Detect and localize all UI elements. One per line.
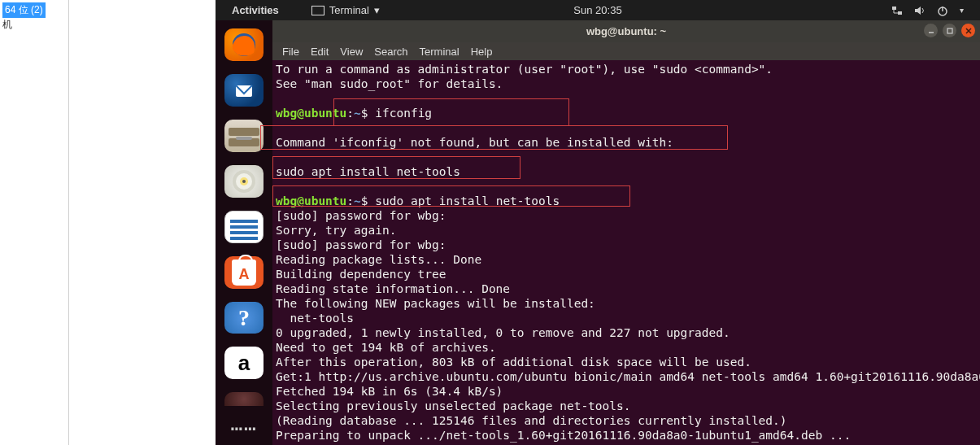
terminal-line: Reading package lists... Done — [276, 253, 481, 266]
terminal-line: [sudo] password for wbg: — [276, 209, 453, 222]
activities-button[interactable]: Activities — [232, 4, 279, 16]
dock-rhythmbox[interactable] — [224, 165, 264, 198]
left-panel-item-selected[interactable]: 64 位 (2) — [2, 2, 46, 18]
terminal-line: sudo apt install net-tools — [276, 165, 460, 178]
prompt-path: ~ — [354, 107, 361, 120]
menu-help[interactable]: Help — [471, 46, 493, 58]
sound-icon[interactable] — [914, 5, 926, 16]
network-icon[interactable] — [891, 5, 903, 16]
dock-help[interactable]: ? — [224, 302, 264, 334]
terminal-line: Get:1 http://us.archive.ubuntu.com/ubunt… — [276, 370, 980, 383]
dock-libreoffice-writer[interactable] — [224, 211, 264, 243]
prompt-command: sudo apt install net-tools — [375, 194, 560, 207]
svg-marker-2 — [915, 7, 921, 15]
host-left-panel: 64 位 (2) 机 — [0, 0, 69, 445]
terminal-line: Fetched 194 kB in 6s (34.4 kB/s) — [276, 385, 552, 398]
terminal-line: Selecting previously unselected package … — [276, 399, 631, 412]
terminal-line: The following NEW packages will be insta… — [276, 297, 595, 310]
dock-show-apps[interactable]: ⋯⋯ — [224, 419, 264, 438]
chevron-down-icon: ▾ — [374, 4, 380, 16]
terminal-icon — [311, 6, 324, 15]
terminal-line: After this operation, 803 kB of addition… — [276, 356, 751, 369]
prompt-user: wbg@ubuntu — [276, 194, 346, 207]
terminal-line: Preparing to unpack .../net-tools_1.60+g… — [276, 429, 851, 442]
svg-rect-12 — [947, 28, 952, 33]
gnome-topbar: Activities Terminal ▾ Sun 20:35 ▾ — [216, 0, 980, 20]
terminal-line: Sorry, try again. — [276, 224, 396, 237]
svg-rect-1 — [898, 11, 902, 15]
system-tray[interactable]: ▾ — [891, 5, 964, 16]
left-panel-item: 机 — [2, 18, 12, 32]
dock-partial-item[interactable] — [224, 392, 264, 406]
dock-amazon[interactable]: a — [224, 347, 264, 379]
menu-edit[interactable]: Edit — [311, 46, 329, 58]
window-controls — [924, 24, 975, 37]
ubuntu-desktop: Activities Terminal ▾ Sun 20:35 ▾ — [216, 0, 980, 445]
svg-point-10 — [242, 180, 246, 183]
ubuntu-dock: ? a ⋯⋯ — [216, 20, 272, 445]
dock-files[interactable] — [224, 120, 264, 152]
clock[interactable]: Sun 20:35 — [573, 4, 621, 16]
dock-thunderbird[interactable] — [224, 74, 264, 107]
terminal-titlebar[interactable]: wbg@ubuntu: ~ — [272, 20, 980, 42]
dock-ubuntu-software[interactable] — [224, 256, 264, 289]
prompt-command: ifconfig — [375, 107, 432, 120]
terminal-line: 0 upgraded, 1 newly installed, 0 to remo… — [276, 326, 730, 339]
close-button[interactable] — [961, 24, 975, 37]
menu-search[interactable]: Search — [374, 46, 407, 58]
terminal-line: Building dependency tree — [276, 268, 496, 281]
terminal-line: Command 'ifconfig' not found, but can be… — [276, 136, 673, 149]
terminal-line: Need to get 194 kB of archives. — [276, 341, 496, 354]
menu-terminal[interactable]: Terminal — [420, 46, 460, 58]
menu-view[interactable]: View — [340, 46, 363, 58]
terminal-line: See "man sudo_root" for details. — [276, 77, 503, 90]
dock-firefox[interactable] — [224, 28, 264, 61]
power-icon[interactable] — [937, 5, 948, 16]
app-indicator[interactable]: Terminal ▾ — [311, 4, 380, 16]
terminal-menubar: File Edit View Search Terminal Help — [272, 42, 980, 60]
terminal-line: [sudo] password for wbg: — [276, 238, 453, 251]
maximize-button[interactable] — [943, 24, 956, 37]
app-indicator-label: Terminal — [329, 4, 369, 16]
prompt-user: wbg@ubuntu — [276, 107, 346, 120]
svg-rect-0 — [892, 7, 896, 10]
window-title: wbg@ubuntu: ~ — [586, 25, 666, 37]
terminal-line: Reading state information... Done — [276, 282, 510, 295]
terminal-line: To run a command as administrator (user … — [276, 63, 773, 76]
minimize-button[interactable] — [924, 24, 938, 37]
chevron-down-icon: ▾ — [960, 6, 964, 15]
terminal-line: net-tools — [276, 312, 354, 325]
menu-file[interactable]: File — [282, 46, 299, 58]
prompt-path: ~ — [354, 194, 361, 207]
terminal-body[interactable]: To run a command as administrator (user … — [272, 60, 980, 445]
terminal-line: (Reading database ... 125146 files and d… — [276, 414, 787, 427]
